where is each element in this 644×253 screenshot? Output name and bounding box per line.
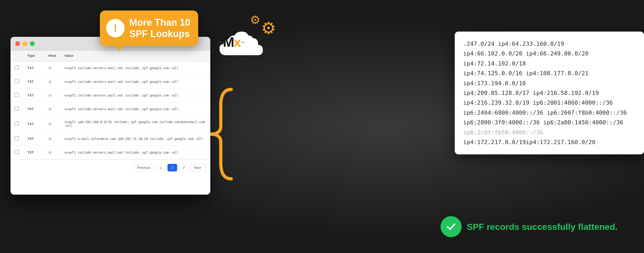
bubble-text: More Than 10 SPF Lookups (129, 17, 190, 39)
spf-line: .247.0/24 ip4:64.233.160.0/19 (463, 39, 636, 49)
value-cell: v=spf1 a:mail.solarmora.com ip4:192.72.1… (60, 132, 210, 146)
row-checkbox-cell (11, 146, 23, 159)
host-cell: @ (44, 116, 60, 132)
spf-panel: .247.0/24 ip4:64.233.160.0/19ip4:66.102.… (455, 32, 644, 154)
row-checkbox-6[interactable] (15, 150, 19, 154)
row-checkbox-cell (11, 132, 23, 146)
type-cell: TXT (23, 116, 44, 132)
value-cell: v=spf1 include:servers.mail.net include:… (60, 61, 210, 75)
type-cell: TXT (23, 132, 44, 146)
table-row: TXT @ v=spf1 include:servers.mail.net in… (11, 146, 210, 159)
row-checkbox-cell (11, 75, 23, 89)
next-button[interactable]: Next (190, 164, 205, 171)
mx-letters: Mx (223, 34, 240, 50)
success-text: SPF records successfully flattened. (467, 222, 618, 232)
right-dash: — (241, 40, 245, 44)
value-cell: v=spf1 include:servers.mail.net include:… (60, 75, 210, 89)
mx-logo-box: — Mx — (218, 34, 245, 50)
page-3-button[interactable]: 3 (179, 164, 188, 171)
table-row: TXT @ v=spf1 include:servers.mail.net in… (11, 61, 210, 75)
host-cell: @ (44, 132, 60, 146)
host-cell: @ (44, 146, 60, 159)
traffic-light-red[interactable] (15, 41, 20, 46)
type-cell: TXT (23, 102, 44, 116)
traffic-light-green[interactable] (30, 41, 35, 46)
type-cell: TXT (23, 75, 44, 89)
speech-bubble: ! More Than 10 SPF Lookups (100, 11, 198, 46)
type-cell: TXT (23, 146, 44, 159)
left-dash: — (218, 40, 222, 44)
row-checkbox-3[interactable] (15, 107, 19, 111)
type-cell: TXT (23, 61, 44, 75)
row-checkbox-4[interactable] (15, 122, 19, 126)
row-checkbox-1[interactable] (15, 79, 19, 83)
row-checkbox-cell (11, 61, 23, 75)
success-badge: SPF records successfully flattened. (441, 216, 618, 237)
spf-text: .247.0/24 ip4:64.233.160.0/19ip4:66.102.… (463, 39, 636, 147)
connector (205, 84, 237, 185)
value-column-header: Value (60, 50, 210, 61)
row-checkbox-0[interactable] (15, 65, 19, 70)
host-cell: @ (44, 61, 60, 75)
row-checkbox-cell (11, 102, 23, 116)
row-checkbox-cell (11, 89, 23, 102)
pagination: Previous 1 2 3 Next (11, 159, 210, 176)
table-row: TXT @ v=spf1 include:servers.mail.net in… (11, 89, 210, 102)
host-column-header: Host (44, 50, 60, 61)
value-cell: v=spf1 include:servers.mail.net include:… (60, 89, 210, 102)
cloud-container: — Mx — ⚙ ⚙ (210, 26, 268, 64)
browser-content: Type Host Value TXT @ v=spf1 include:ser… (11, 50, 210, 195)
host-cell: @ (44, 89, 60, 102)
spf-line: ip4:172.217.0.0/19ip4:172.217.160.0/20 (463, 137, 636, 147)
spf-line: ip6:2404:6800:4000::/36 ip6:2607:f8b0:40… (463, 108, 636, 118)
table-row: TXT @ v=spf1 include:servers.mail.net in… (11, 75, 210, 89)
spf-line: ip6:2c0f:fb50:4000::/36 (463, 128, 636, 137)
host-cell: @ (44, 102, 60, 116)
row-checkbox-2[interactable] (15, 93, 19, 97)
success-checkmark-icon (441, 216, 462, 237)
spf-line: ip6:2800:3f0:4000::/36 ip6:2a00:1450:400… (463, 118, 636, 127)
gear-large-icon: ⚙ (261, 18, 276, 38)
type-cell: TXT (23, 89, 44, 102)
value-cell: v=spf1 include:servers.mail.net include:… (60, 102, 210, 116)
mx-logo-area: — Mx — ⚙ ⚙ (210, 26, 268, 64)
checkbox-header (11, 50, 23, 61)
browser-window: Type Host Value TXT @ v=spf1 include:ser… (11, 37, 210, 195)
row-checkbox-5[interactable] (15, 136, 19, 140)
value-cell: v=spf1 include:servers.mail.net include:… (60, 146, 210, 159)
page-1-button[interactable]: 1 (156, 164, 166, 171)
table-header-row: Type Host Value (11, 50, 210, 61)
bubble-line2: SPF Lookups (129, 28, 190, 39)
value-cell: v=spf1 ip4:192.168.0.0/16 include:_spf.g… (60, 116, 210, 132)
warning-icon: ! (106, 19, 125, 37)
table-row: TXT @ v=spf1 a:mail.solarmora.com ip4:19… (11, 132, 210, 146)
gear-small-icon: ⚙ (250, 13, 260, 27)
dns-table: Type Host Value TXT @ v=spf1 include:ser… (11, 50, 210, 159)
row-checkbox-cell (11, 116, 23, 132)
spf-line: ip4:66.102.0.0/20 ip4:66.249.80.0/20 ip4… (463, 49, 636, 68)
spf-line: ip4:209.85.128.0/17 ip4:216.58.192.0/19 (463, 88, 636, 98)
host-cell: @ (44, 75, 60, 89)
spf-line: ip4:216.239.32.0/19 ip6:2001:4860:4000::… (463, 98, 636, 108)
type-column-header: Type (23, 50, 44, 61)
traffic-light-yellow[interactable] (23, 41, 27, 46)
bubble-line1: More Than 10 (129, 17, 190, 28)
table-row: TXT @ v=spf1 include:servers.mail.net in… (11, 102, 210, 116)
table-row: TXT @ v=spf1 ip4:192.168.0.0/16 include:… (11, 116, 210, 132)
previous-button[interactable]: Previous (133, 164, 155, 171)
spf-line: ip4:74.125.0.0/16 ip4:108.177.8.0/21 ip4… (463, 68, 636, 88)
page-2-button[interactable]: 2 (167, 164, 177, 171)
